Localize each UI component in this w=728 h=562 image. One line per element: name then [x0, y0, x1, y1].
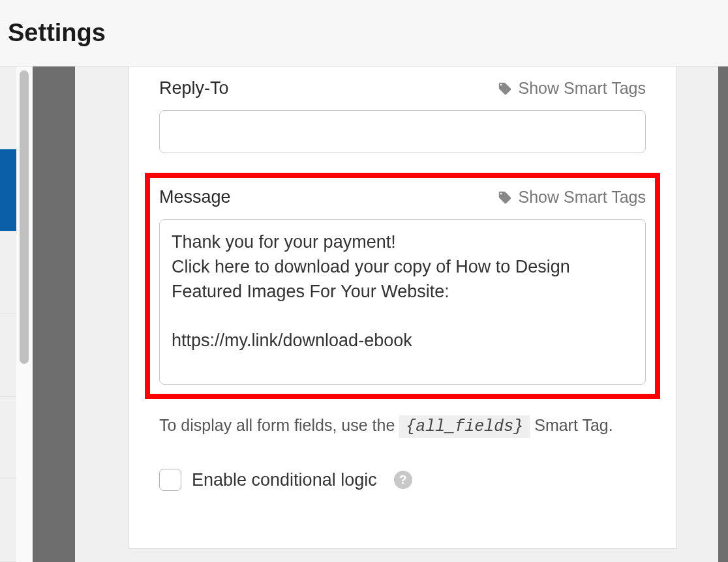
helper-text: To display all form fields, use the {all… [159, 412, 646, 440]
show-smart-tags-link[interactable]: Show Smart Tags [498, 79, 646, 98]
right-gutter [718, 67, 728, 562]
tag-icon [498, 190, 512, 205]
helper-suffix: Smart Tag. [534, 416, 613, 434]
reply-to-label-row: Reply-To Show Smart Tags [159, 78, 646, 98]
show-smart-tags-link[interactable]: Show Smart Tags [498, 188, 646, 207]
message-textarea[interactable] [159, 219, 646, 385]
message-label-row: Message Show Smart Tags [159, 187, 646, 207]
message-label: Message [159, 187, 231, 207]
helper-prefix: To display all form fields, use the [159, 416, 399, 434]
settings-panel: Reply-To Show Smart Tags Message Show Sm… [129, 67, 676, 549]
reply-to-label: Reply-To [159, 78, 229, 98]
scrollbar-thumb[interactable] [20, 70, 29, 364]
sidebar-seg[interactable] [0, 314, 16, 397]
sidebar-strip [0, 67, 16, 562]
conditional-logic-row: Enable conditional logic ? [159, 469, 646, 491]
message-highlight: Message Show Smart Tags [145, 173, 660, 399]
sidebar-seg[interactable] [0, 231, 16, 314]
left-gutter [33, 67, 75, 562]
help-icon[interactable]: ? [394, 471, 412, 489]
conditional-logic-label: Enable conditional logic [192, 470, 377, 490]
main-area: Reply-To Show Smart Tags Message Show Sm… [0, 67, 728, 562]
scrollbar-track[interactable] [16, 67, 33, 562]
tag-icon [498, 81, 512, 96]
sidebar-seg-active[interactable] [0, 149, 16, 232]
sidebar-seg[interactable] [0, 479, 16, 562]
sidebar-seg[interactable] [0, 67, 16, 149]
smart-tags-label: Show Smart Tags [519, 79, 646, 98]
page-title: Settings [8, 19, 106, 47]
conditional-logic-checkbox[interactable] [159, 469, 181, 491]
content-outer: Reply-To Show Smart Tags Message Show Sm… [75, 67, 718, 562]
sidebar-seg[interactable] [0, 397, 16, 480]
reply-to-input[interactable] [159, 110, 646, 153]
settings-header: Settings [0, 0, 728, 67]
reply-to-field: Reply-To Show Smart Tags [159, 78, 646, 153]
helper-code: {all_fields} [399, 415, 530, 438]
smart-tags-label: Show Smart Tags [519, 188, 646, 207]
